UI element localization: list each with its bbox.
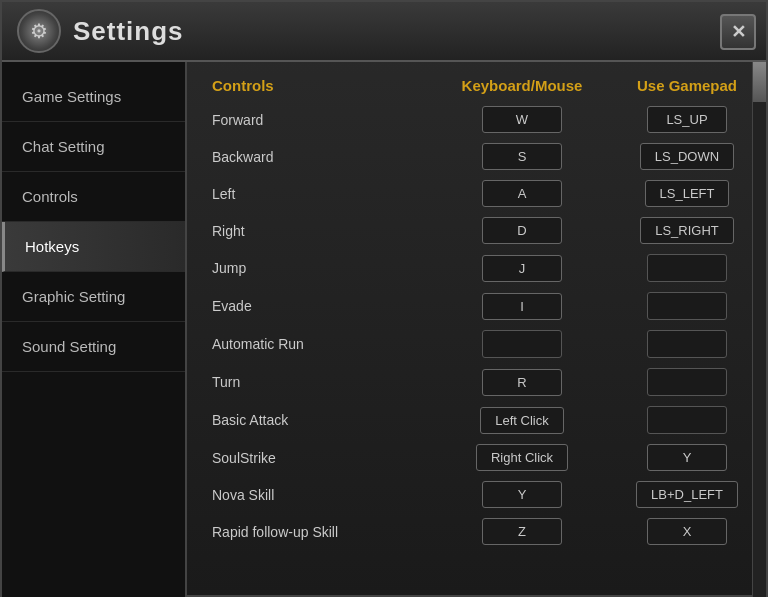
control-name: Basic Attack — [212, 408, 432, 432]
sidebar-item-graphic-setting[interactable]: Graphic Setting — [2, 272, 185, 322]
col-header-gamepad: Use Gamepad — [612, 77, 762, 94]
keyboard-key-button[interactable] — [482, 330, 562, 358]
keyboard-binding: W — [432, 106, 612, 133]
gamepad-binding: LS_RIGHT — [612, 217, 746, 244]
col-header-controls: Controls — [212, 77, 432, 94]
gamepad-binding — [612, 330, 746, 358]
keyboard-key-button[interactable]: Right Click — [476, 444, 568, 471]
content-area: Controls Keyboard/Mouse Use Gamepad Forw… — [187, 62, 766, 597]
control-name: Forward — [212, 108, 432, 132]
gamepad-binding: LS_UP — [612, 106, 746, 133]
settings-window: ⚙ Settings ✕ Game Settings Chat Setting … — [0, 0, 768, 597]
keyboard-key-button[interactable]: R — [482, 369, 562, 396]
table-row: LeftALS_LEFT — [207, 178, 741, 209]
gamepad-binding — [612, 292, 746, 320]
control-name: Right — [212, 219, 432, 243]
keyboard-key-button[interactable]: I — [482, 293, 562, 320]
control-name: Jump — [212, 256, 432, 280]
gamepad-key-button[interactable]: LB+D_LEFT — [636, 481, 738, 508]
window-title: Settings — [73, 16, 184, 47]
gamepad-key-button[interactable] — [647, 254, 727, 282]
keyboard-key-button[interactable]: D — [482, 217, 562, 244]
gamepad-key-button[interactable]: LS_UP — [647, 106, 727, 133]
keyboard-binding — [432, 330, 612, 358]
sidebar-item-chat-setting[interactable]: Chat Setting — [2, 122, 185, 172]
control-name: Automatic Run — [212, 332, 432, 356]
table-row: JumpJ — [207, 252, 741, 284]
table-row: SoulStrikeRight ClickY — [207, 442, 741, 473]
col-header-keyboard: Keyboard/Mouse — [432, 77, 612, 94]
sidebar: Game Settings Chat Setting Controls Hotk… — [2, 62, 187, 597]
main-content: Game Settings Chat Setting Controls Hotk… — [2, 62, 766, 597]
control-name: Backward — [212, 145, 432, 169]
gamepad-key-button[interactable] — [647, 406, 727, 434]
keyboard-key-button[interactable]: A — [482, 180, 562, 207]
gamepad-binding: LS_DOWN — [612, 143, 746, 170]
table-header: Controls Keyboard/Mouse Use Gamepad — [207, 77, 746, 94]
gamepad-key-button[interactable]: Y — [647, 444, 727, 471]
table-row: Automatic Run — [207, 328, 741, 360]
gamepad-binding: LS_LEFT — [612, 180, 746, 207]
keyboard-key-button[interactable]: W — [482, 106, 562, 133]
control-name: Turn — [212, 370, 432, 394]
gamepad-key-button[interactable]: LS_RIGHT — [640, 217, 734, 244]
keyboard-key-button[interactable]: Left Click — [480, 407, 563, 434]
title-bar: ⚙ Settings ✕ — [2, 2, 766, 62]
keyboard-key-button[interactable]: Z — [482, 518, 562, 545]
keyboard-binding: Right Click — [432, 444, 612, 471]
control-name: SoulStrike — [212, 446, 432, 470]
controls-table: ForwardWLS_UPBackwardSLS_DOWNLeftALS_LEF… — [207, 104, 746, 553]
scrollbar-track[interactable] — [752, 62, 766, 597]
control-name: Evade — [212, 294, 432, 318]
gamepad-binding: LB+D_LEFT — [612, 481, 746, 508]
gamepad-key-button[interactable] — [647, 368, 727, 396]
keyboard-key-button[interactable]: Y — [482, 481, 562, 508]
gamepad-binding — [612, 406, 746, 434]
table-row: Nova SkillYLB+D_LEFT — [207, 479, 741, 510]
sidebar-item-sound-setting[interactable]: Sound Setting — [2, 322, 185, 372]
keyboard-binding: Left Click — [432, 407, 612, 434]
close-button[interactable]: ✕ — [720, 14, 756, 50]
keyboard-key-button[interactable]: S — [482, 143, 562, 170]
control-name: Nova Skill — [212, 483, 432, 507]
keyboard-binding: Y — [432, 481, 612, 508]
keyboard-binding: D — [432, 217, 612, 244]
gamepad-binding — [612, 368, 746, 396]
sidebar-item-hotkeys[interactable]: Hotkeys — [2, 222, 185, 272]
gamepad-key-button[interactable]: LS_LEFT — [645, 180, 730, 207]
table-row: BackwardSLS_DOWN — [207, 141, 741, 172]
table-row: ForwardWLS_UP — [207, 104, 741, 135]
gamepad-binding: X — [612, 518, 746, 545]
keyboard-binding: S — [432, 143, 612, 170]
gamepad-binding: Y — [612, 444, 746, 471]
keyboard-key-button[interactable]: J — [482, 255, 562, 282]
gamepad-key-button[interactable] — [647, 330, 727, 358]
sidebar-item-controls[interactable]: Controls — [2, 172, 185, 222]
control-name: Rapid follow-up Skill — [212, 520, 432, 544]
table-row: Rapid follow-up SkillZX — [207, 516, 741, 547]
scrollbar-thumb[interactable] — [753, 62, 766, 102]
keyboard-binding: R — [432, 369, 612, 396]
gamepad-binding — [612, 254, 746, 282]
gamepad-key-button[interactable]: X — [647, 518, 727, 545]
keyboard-binding: I — [432, 293, 612, 320]
gamepad-key-button[interactable]: LS_DOWN — [640, 143, 734, 170]
table-row: RightDLS_RIGHT — [207, 215, 741, 246]
control-name: Left — [212, 182, 432, 206]
table-row: TurnR — [207, 366, 741, 398]
keyboard-binding: A — [432, 180, 612, 207]
keyboard-binding: Z — [432, 518, 612, 545]
gamepad-key-button[interactable] — [647, 292, 727, 320]
table-row: EvadeI — [207, 290, 741, 322]
table-row: Basic AttackLeft Click — [207, 404, 741, 436]
sidebar-item-game-settings[interactable]: Game Settings — [2, 72, 185, 122]
keyboard-binding: J — [432, 255, 612, 282]
settings-icon: ⚙ — [17, 9, 61, 53]
